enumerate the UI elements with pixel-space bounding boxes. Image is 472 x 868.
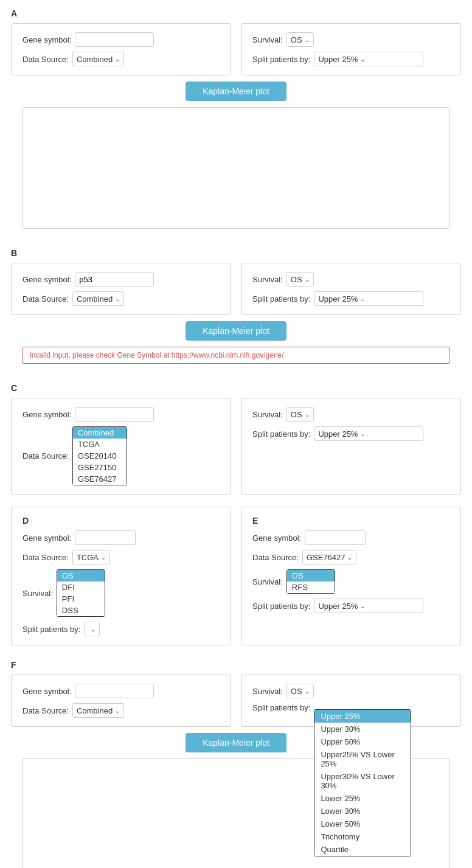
section-e-source-field: Data Source: GSE76427 ⌄ <box>252 550 449 564</box>
section-b-source-select[interactable]: Combined ⌄ <box>72 291 124 306</box>
section-a-split-chevron: ⌄ <box>360 56 365 63</box>
section-a-kaplan-button[interactable]: Kaplan-Meier plot <box>186 82 286 101</box>
section-a-survival-field: Survival: OS ⌄ <box>252 32 449 47</box>
section-f-split-selected[interactable]: Upper 25% <box>314 710 411 723</box>
section-c-gene-input[interactable] <box>75 407 154 422</box>
section-e-split-select[interactable]: Upper 25% ⌄ <box>314 599 423 613</box>
section-c-right-box: Survival: OS ⌄ Split patients by: Upper … <box>241 398 461 495</box>
section-d-split-chevron: ⌄ <box>91 626 95 633</box>
section-d-survival-label: Survival: <box>23 589 53 598</box>
section-d-gene-field: Gene symbol: <box>23 530 220 545</box>
section-f-split-option-trichotomy[interactable]: Trichotomy <box>314 830 411 843</box>
section-a-split-label: Split patients by: <box>252 55 310 64</box>
section-b-survival-value: OS <box>291 275 302 284</box>
section-b-right-box: Survival: OS ⌄ Split patients by: Upper … <box>241 263 461 315</box>
section-b: B Gene symbol: Data Source: Combined ⌄ S… <box>0 240 472 375</box>
section-f-gene-label: Gene symbol: <box>23 687 71 696</box>
section-f-split-option-upper50[interactable]: Upper 50% <box>314 735 411 748</box>
section-f-right-box: Survival: OS ⌄ Split patients by: Upper … <box>241 675 461 727</box>
section-c-source-option-tcga[interactable]: TCGA <box>73 439 127 450</box>
section-c-label: C <box>11 383 461 393</box>
section-f-survival-label: Survival: <box>252 687 283 696</box>
section-e-label: E <box>252 516 449 526</box>
section-b-survival-label: Survival: <box>252 275 283 284</box>
section-f-split-option-upper30[interactable]: Upper 30% <box>314 723 411 735</box>
section-f-split-option-upper25lower25[interactable]: Upper25% VS Lower 25% <box>314 748 411 770</box>
section-c-survival-chevron: ⌄ <box>305 411 310 418</box>
section-e-source-value: GSE76427 <box>307 553 345 562</box>
section-a-form-row: Gene symbol: Data Source: Combined ⌄ Sur… <box>11 23 461 75</box>
section-d-survival-option-dss[interactable]: DSS <box>57 605 105 616</box>
section-e-split-value: Upper 25% <box>318 602 358 611</box>
section-d-survival-option-dfi[interactable]: DFI <box>57 582 105 593</box>
section-f-label: F <box>11 660 461 670</box>
section-d-survival-selected[interactable]: OS <box>57 570 105 582</box>
section-c-split-chevron: ⌄ <box>360 431 365 437</box>
section-a-right-box: Survival: OS ⌄ Split patients by: Upper … <box>241 23 461 75</box>
section-f-survival-select[interactable]: OS ⌄ <box>286 684 314 698</box>
section-f-split-option-lower25[interactable]: Lower 25% <box>314 792 411 805</box>
section-b-survival-select[interactable]: OS ⌄ <box>286 272 314 286</box>
section-a-survival-chevron: ⌄ <box>305 36 310 43</box>
section-f-split-option-lower50[interactable]: Lower 50% <box>314 818 411 830</box>
section-b-source-field: Data Source: Combined ⌄ <box>23 291 220 306</box>
section-e-survival-dropdown[interactable]: OS RFS <box>286 569 335 594</box>
section-b-source-chevron: ⌄ <box>115 296 120 302</box>
section-e: E Gene symbol: Data Source: GSE76427 ⌄ S… <box>241 507 461 645</box>
section-e-survival-selected[interactable]: OS <box>287 570 335 582</box>
section-c-survival-select[interactable]: OS ⌄ <box>286 407 314 422</box>
section-d-split-select[interactable]: ⌄ <box>84 622 100 636</box>
section-d-gene-input[interactable] <box>75 530 136 545</box>
section-b-split-select[interactable]: Upper 25% ⌄ <box>314 291 423 306</box>
section-c-source-selected[interactable]: Combined <box>73 427 127 439</box>
section-f-source-label: Data Source: <box>23 706 69 715</box>
section-b-gene-field: Gene symbol: <box>23 272 220 286</box>
section-c-source-option-gse76427[interactable]: GSE76427 <box>73 473 127 485</box>
section-e-gene-label: Gene symbol: <box>252 533 301 543</box>
section-d-split-field: Split patients by: ⌄ <box>23 622 220 636</box>
section-d-survival-dropdown[interactable]: OS DFI PFI DSS <box>57 569 105 617</box>
section-d-source-select[interactable]: TCGA ⌄ <box>72 550 110 564</box>
section-c-split-select[interactable]: Upper 25% ⌄ <box>314 426 423 441</box>
section-e-source-select[interactable]: GSE76427 ⌄ <box>302 550 357 564</box>
section-f-split-option-upper30lower30[interactable]: Upper30% VS Lower 30% <box>314 770 411 792</box>
section-f-split-dropdown[interactable]: Upper 25% Upper 30% Upper 50% Upper25% V… <box>314 709 411 856</box>
section-b-form-row: Gene symbol: Data Source: Combined ⌄ Sur… <box>11 263 461 315</box>
section-c-source-dropdown[interactable]: Combined TCGA GSE20140 GSE27150 GSE76427 <box>72 426 127 485</box>
section-d-survival-option-pfi[interactable]: PFI <box>57 593 105 605</box>
section-c-left-box: Gene symbol: Data Source: Combined TCGA … <box>11 398 231 495</box>
section-b-gene-input[interactable] <box>75 272 154 286</box>
section-c-source-option-gse27150[interactable]: GSE27150 <box>73 462 127 473</box>
section-f-split-option-lower30[interactable]: Lower 30% <box>314 805 411 818</box>
section-a-source-select[interactable]: Combined ⌄ <box>72 52 124 66</box>
section-c-split-label: Split patients by: <box>252 429 310 439</box>
section-b-split-value: Upper 25% <box>318 294 358 304</box>
section-f-source-select[interactable]: Combined ⌄ <box>72 703 124 718</box>
section-a-survival-select[interactable]: OS ⌄ <box>286 32 314 47</box>
section-e-gene-input[interactable] <box>305 530 366 545</box>
section-f-split-option-quartile[interactable]: Quartile <box>314 843 411 856</box>
section-b-left-box: Gene symbol: Data Source: Combined ⌄ <box>11 263 231 315</box>
section-b-split-field: Split patients by: Upper 25% ⌄ <box>252 291 449 306</box>
section-a-gene-input[interactable] <box>75 32 154 47</box>
section-b-kaplan-button[interactable]: Kaplan-Meier plot <box>186 321 286 341</box>
section-a-source-label: Data Source: <box>23 55 69 64</box>
section-c-survival-value: OS <box>291 410 302 419</box>
section-a-split-value: Upper 25% <box>318 55 358 64</box>
section-d-source-label: Data Source: <box>23 553 69 562</box>
section-f-split-label: Split patients by: <box>252 703 310 712</box>
section-c-source-option-gse20140[interactable]: GSE20140 <box>73 450 127 462</box>
section-c-split-value: Upper 25% <box>318 429 358 439</box>
section-d-split-label: Split patients by: <box>23 625 80 634</box>
section-a-label: A <box>11 9 461 18</box>
section-f-gene-input[interactable] <box>75 684 154 698</box>
section-a-gene-field: Gene symbol: <box>23 32 220 47</box>
section-d: D Gene symbol: Data Source: TCGA ⌄ Survi… <box>11 507 231 645</box>
section-f-source-value: Combined <box>77 706 113 715</box>
section-d-survival-field: Survival: OS DFI PFI DSS <box>23 569 220 617</box>
section-f-left-box: Gene symbol: Data Source: Combined ⌄ <box>11 675 231 727</box>
section-f-kaplan-button[interactable]: Kaplan-Meier plot <box>186 733 286 752</box>
section-e-survival-option-rfs[interactable]: RFS <box>287 582 335 593</box>
section-a-split-select[interactable]: Upper 25% ⌄ <box>314 52 423 66</box>
section-e-split-chevron: ⌄ <box>360 603 365 609</box>
